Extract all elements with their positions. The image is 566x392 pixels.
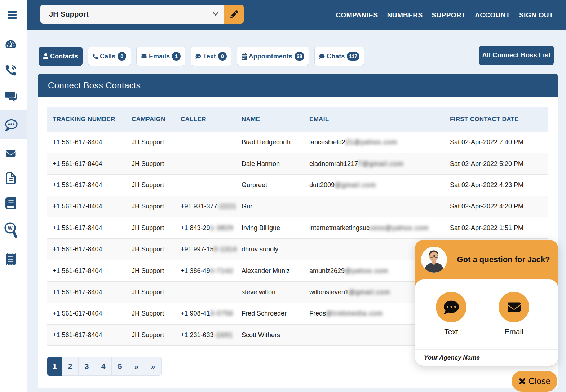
svg-text:W: W: [8, 225, 13, 231]
